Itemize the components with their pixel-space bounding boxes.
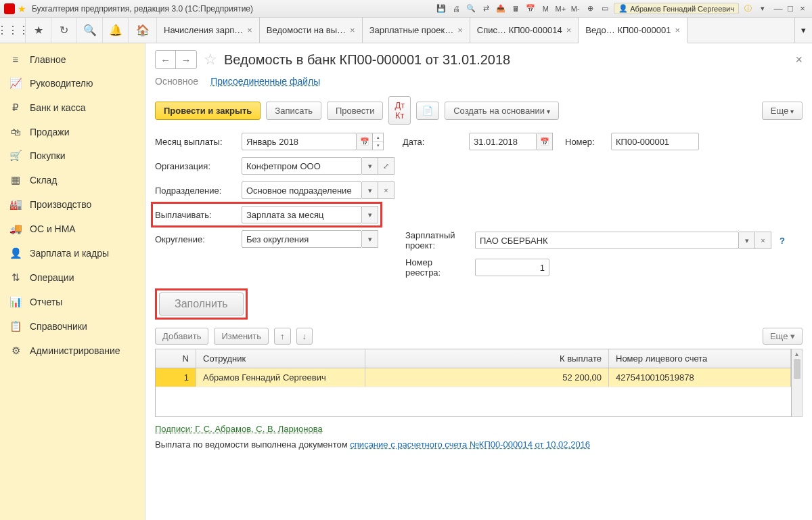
table-scrollbar[interactable]: ▲ <box>792 349 803 417</box>
close-icon[interactable]: × <box>457 25 463 35</box>
search-icon[interactable]: 🔍 <box>77 18 103 43</box>
sidebar-item-bank[interactable]: ₽Банк и касса <box>0 95 145 120</box>
m-icon[interactable]: M <box>539 3 551 15</box>
subtab-main[interactable]: Основное <box>155 76 198 87</box>
favorite-star-icon[interactable]: ★ <box>18 3 26 14</box>
close-icon[interactable]: × <box>350 25 355 35</box>
notifications-icon[interactable]: 🔔 <box>103 18 129 43</box>
close-icon[interactable]: × <box>566 25 572 35</box>
clear-icon[interactable]: × <box>755 232 771 249</box>
open-icon[interactable]: ⤢ <box>378 157 394 175</box>
more-actions-button[interactable]: Еще <box>762 102 803 120</box>
current-user[interactable]: 👤 Абрамов Геннадий Сергеевич <box>614 3 739 14</box>
export-icon[interactable]: 📤 <box>495 3 507 15</box>
col-employee[interactable]: Сотрудник <box>196 349 365 368</box>
close-icon[interactable]: × <box>675 25 680 35</box>
print-icon[interactable]: 🖨 <box>450 3 462 15</box>
tab-vedomost-active[interactable]: Ведо… КП00-000001× <box>579 18 687 43</box>
tab-nachisleniya[interactable]: Начисления зарп…× <box>157 18 260 43</box>
save-icon[interactable]: 💾 <box>435 3 447 15</box>
chevron-down-icon[interactable]: ▾ <box>362 206 378 223</box>
dept-input[interactable]: Основное подразделение <box>242 181 362 199</box>
preview-icon[interactable]: 🔍 <box>465 3 477 15</box>
month-input[interactable]: Январь 2018 <box>242 133 357 150</box>
col-n[interactable]: N <box>156 349 196 368</box>
tab-zarplatnye[interactable]: Зарплатные проек…× <box>363 18 470 43</box>
project-input[interactable]: ПАО СБЕРБАНК <box>475 232 739 249</box>
compare-icon[interactable]: ⇄ <box>480 3 492 15</box>
month-spinner[interactable]: ▴▾ <box>373 133 384 150</box>
subtab-files[interactable]: Присоединенные файлы <box>210 76 320 87</box>
col-account[interactable]: Номер лицевого счета <box>609 349 791 368</box>
chevron-down-icon[interactable]: ▾ <box>739 232 755 249</box>
history-icon[interactable]: ↻ <box>51 18 77 43</box>
info-icon[interactable]: ⓘ <box>742 3 754 15</box>
sidebar-item-salary[interactable]: 👤Зарплата и кадры <box>0 241 145 265</box>
document-close-button[interactable]: × <box>795 53 803 67</box>
scroll-up-icon[interactable]: ▲ <box>794 351 800 358</box>
create-based-on-button[interactable]: Создать на основании <box>445 102 559 120</box>
table-header: N Сотрудник К выплате Номер лицевого сче… <box>156 349 791 368</box>
add-row-button[interactable]: Добавить <box>155 328 208 345</box>
calendar-icon[interactable]: 📅 <box>357 133 373 150</box>
date-input[interactable]: 31.01.2018 <box>469 133 537 150</box>
help-icon[interactable]: ? <box>780 236 785 246</box>
document-icon[interactable]: 📄 <box>416 102 439 120</box>
debit-credit-icon[interactable]: ДтКт <box>388 96 411 125</box>
edit-row-button[interactable]: Изменить <box>214 328 269 345</box>
sidebar-item-catalogs[interactable]: 📋Справочники <box>0 314 145 339</box>
signatures-link[interactable]: Подписи: Г. С. Абрамов, С. В. Ларионова <box>155 424 323 434</box>
payment-document-link[interactable]: списание с расчетного счета №КП00-000014… <box>350 439 590 450</box>
col-payment[interactable]: К выплате <box>365 349 609 368</box>
sidebar-item-production[interactable]: 🏭Производство <box>0 192 145 217</box>
chevron-down-icon[interactable]: ▾ <box>362 181 378 199</box>
minimize-button[interactable]: — <box>773 3 784 14</box>
sidebar-item-reports[interactable]: 📊Отчеты <box>0 290 145 314</box>
move-down-icon[interactable]: ↓ <box>296 328 313 345</box>
sidebar-item-main[interactable]: ≡Главное <box>0 47 145 71</box>
move-up-icon[interactable]: ↑ <box>274 328 291 345</box>
tab-vedomosti[interactable]: Ведомости на вы…× <box>260 18 363 43</box>
sidebar-item-manager[interactable]: 📈Руководителю <box>0 71 145 95</box>
table-more-button[interactable]: Еще ▾ <box>763 328 803 345</box>
org-input[interactable]: Конфетпром ООО <box>242 157 362 175</box>
clear-icon[interactable]: × <box>378 181 394 199</box>
windows-icon[interactable]: ▭ <box>599 3 611 15</box>
sidebar-item-admin[interactable]: ⚙Администрирование <box>0 339 145 363</box>
m-plus-icon[interactable]: M+ <box>554 3 566 15</box>
chevron-down-icon[interactable]: ▾ <box>362 157 378 175</box>
forward-button[interactable]: → <box>176 51 196 68</box>
scroll-thumb[interactable] <box>794 359 800 379</box>
number-input[interactable]: КП00-000001 <box>611 133 699 150</box>
sidebar-item-purchases[interactable]: 🛒Покупки <box>0 144 145 168</box>
sidebar-item-operations[interactable]: ⇅Операции <box>0 265 145 290</box>
close-button[interactable]: × <box>797 3 808 14</box>
sidebar-item-assets[interactable]: 🚚ОС и НМА <box>0 217 145 241</box>
sidebar-item-warehouse[interactable]: ▦Склад <box>0 168 145 192</box>
close-icon[interactable]: × <box>247 25 252 35</box>
pay-input[interactable]: Зарплата за месяц <box>242 206 362 223</box>
calendar-icon[interactable]: 📅 <box>537 133 553 150</box>
calendar-icon[interactable]: 📅 <box>524 3 537 15</box>
tab-spisanie[interactable]: Спис… КП00-000014× <box>470 18 579 43</box>
apps-grid-icon[interactable]: ⋮⋮⋮ <box>0 18 26 43</box>
dropdown-icon[interactable]: ▾ <box>757 3 769 15</box>
back-button[interactable]: ← <box>156 51 176 68</box>
favorite-toggle-icon[interactable]: ☆ <box>204 51 217 68</box>
post-and-close-button[interactable]: Провести и закрыть <box>155 102 261 120</box>
star-icon[interactable]: ★ <box>26 18 51 43</box>
fill-button[interactable]: Заполнить <box>159 292 244 316</box>
home-tab[interactable]: 🏠 <box>129 18 157 43</box>
calculator-icon[interactable]: 🖩 <box>510 3 522 15</box>
registry-input[interactable]: 1 <box>475 259 549 276</box>
chevron-down-icon[interactable]: ▾ <box>362 230 378 248</box>
maximize-button[interactable]: □ <box>785 3 796 14</box>
sidebar-item-sales[interactable]: 🛍Продажи <box>0 120 145 144</box>
m-minus-icon[interactable]: M- <box>569 3 581 15</box>
save-button[interactable]: Записать <box>266 102 321 120</box>
table-row[interactable]: 1 Абрамов Геннадий Сергеевич 52 200,00 4… <box>156 368 791 387</box>
round-input[interactable]: Без округления <box>242 230 362 248</box>
tabs-dropdown-icon[interactable]: ▾ <box>794 18 812 43</box>
zoom-icon[interactable]: ⊕ <box>584 3 596 15</box>
post-button[interactable]: Провести <box>327 102 384 120</box>
